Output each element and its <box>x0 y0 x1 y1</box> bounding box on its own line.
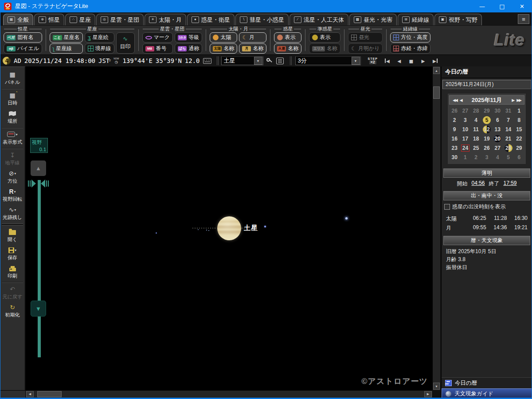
daylight-show-button[interactable]: 昼光 <box>348 32 383 43</box>
twilight-start-time[interactable]: 04:56 <box>471 180 485 188</box>
tab-daylight-pollution[interactable]: ▩昼光・光害 <box>349 14 397 25</box>
calendar-day[interactable]: 12 <box>481 125 492 134</box>
scroll-up-icon[interactable]: ▲ <box>433 67 440 74</box>
star-bayer-button[interactable]: αβバイエル <box>4 43 42 54</box>
tab-sun-moon[interactable]: ☀太陽・月 <box>145 14 186 25</box>
constellation-name-button[interactable]: こと星座名 <box>50 32 82 43</box>
nebula-number-button[interactable]: M8番号 <box>142 43 173 54</box>
sun-show-button[interactable]: 太陽 <box>210 32 237 43</box>
tab-nebulae[interactable]: ◎星雲・星団 <box>96 14 144 25</box>
sidebar-item-fov-rotation[interactable]: R▾視野回転 <box>0 186 25 204</box>
skip-back-button[interactable]: ◀ <box>381 58 393 64</box>
calendar-day[interactable]: 9 <box>449 125 460 134</box>
calendar-day[interactable]: 8 <box>514 115 524 125</box>
sidebar-item-direction[interactable]: ⊘▾方位 <box>0 168 25 186</box>
landmark-button[interactable]: ∿目印 <box>116 32 135 54</box>
planet-rise-set-checkbox-row[interactable]: 惑星の出没時刻を表示 <box>442 202 532 211</box>
calendar-day[interactable]: 28 <box>503 143 513 153</box>
calendar-day[interactable]: 3 <box>460 115 470 125</box>
nebula-mark-button[interactable]: マーク <box>142 32 173 43</box>
calendar-day[interactable]: 4 <box>492 153 503 162</box>
saturn-planet[interactable] <box>217 216 241 240</box>
constellation-boundary-button[interactable]: 境界線 <box>85 43 114 54</box>
step-back-button[interactable]: ◀ <box>393 58 405 64</box>
star-proper-name-button[interactable]: ベガ固有名 <box>4 32 42 43</box>
calendar-day[interactable]: 5 <box>503 153 513 162</box>
altitude-value[interactable]: 12.0 <box>185 57 200 64</box>
astro-guide-button[interactable]: 天文現象ガイド <box>442 388 532 399</box>
sidebar-item-location[interactable]: 場所 <box>0 108 25 126</box>
scroll-left-icon[interactable]: ◀ <box>26 391 34 397</box>
timezone-label[interactable]: JST <box>98 57 110 64</box>
minimize-button[interactable]: — <box>472 0 492 12</box>
twilight-end-time[interactable]: 17:59 <box>504 180 517 188</box>
tab-planets-satellites[interactable]: ●惑星・衛星 <box>187 14 235 25</box>
constellation-art-button[interactable]: ʓ星座絵 <box>85 32 114 43</box>
calendar-day[interactable]: 29 <box>481 106 492 115</box>
sidebar-item-print[interactable]: 印刷 <box>0 263 25 281</box>
keypad-icon[interactable] <box>203 58 211 64</box>
horizontal-scrollbar[interactable]: ◀ ▶ <box>26 390 432 398</box>
prev-month-button[interactable]: ◀ <box>458 98 463 102</box>
dropdown-arrow-icon[interactable]: ▼ <box>352 57 360 65</box>
play-button[interactable]: ▶ <box>417 58 429 64</box>
dwarf-label-button[interactable]: エリス名称 <box>309 43 340 54</box>
now-clock-icon[interactable]: NOW ◷ <box>113 58 119 64</box>
sidebar-item-save[interactable]: ▾保存 <box>0 245 25 263</box>
nebula-name-button[interactable]: ばら通称 <box>175 43 202 54</box>
tab-fov-frame[interactable]: ▣視野・写野 <box>434 14 482 25</box>
tab-coordinate-lines[interactable]: ⊞経緯線 <box>398 14 434 25</box>
zoom-in-button[interactable]: ▲ <box>31 160 46 176</box>
close-button[interactable]: ✕ <box>512 0 532 12</box>
calendar-day[interactable]: 1 <box>514 106 524 115</box>
azimuth-altitude-grid-button[interactable]: 方位・高度 <box>390 32 430 43</box>
calendar-day[interactable]: 19 <box>481 134 492 143</box>
tab-comets-asteroids[interactable]: ∖彗星・小惑星 <box>235 14 289 25</box>
calendar-day[interactable]: 17 <box>460 134 470 143</box>
nebula-magnitude-button[interactable]: 10.0等級 <box>175 32 202 43</box>
object-list-button[interactable] <box>276 58 284 64</box>
calendar-day[interactable]: 2 <box>449 115 460 125</box>
latitude-value[interactable]: 35°39'N <box>156 57 182 64</box>
calendar-day[interactable]: 23 <box>449 143 460 153</box>
tab-general[interactable]: ▦全般 <box>3 14 33 25</box>
tab-constellations[interactable]: ∴星座 <box>65 14 95 25</box>
sidebar-item-open[interactable]: 開く <box>0 227 25 245</box>
fov-slider-track[interactable] <box>38 180 41 357</box>
calendar-day[interactable]: 28 <box>471 106 481 115</box>
next-year-button[interactable]: ▶▶ <box>515 98 522 102</box>
dropdown-arrow-icon[interactable]: ▼ <box>254 57 262 65</box>
moon-label-button[interactable]: 月名称 <box>239 43 266 54</box>
calendar-day[interactable]: 21 <box>503 134 513 143</box>
calendar-day[interactable]: 6 <box>514 153 524 162</box>
target-select[interactable]: 土星 ▼ <box>221 56 263 65</box>
datetime-value[interactable]: 2025/11/24 19:48:00 <box>24 57 95 64</box>
calendar-day[interactable]: 13 <box>492 125 503 134</box>
calendar-day[interactable]: 31 <box>503 106 513 115</box>
planet-label-button[interactable]: 火星名称 <box>274 43 301 54</box>
calendar-day[interactable]: 22 <box>514 134 524 143</box>
calendar-day[interactable]: 14 <box>503 125 513 134</box>
calendar-day[interactable]: 11 <box>471 125 481 134</box>
step-x2-button[interactable]: STEP ×2 <box>368 57 378 64</box>
calendar-day[interactable]: 29 <box>514 143 524 153</box>
vertical-scrollbar[interactable]: ▲ ▼ <box>432 66 440 390</box>
search-button[interactable] <box>266 58 273 64</box>
tab-fixed-stars[interactable]: ⊕恒星 <box>34 14 64 25</box>
sidebar-item-reset[interactable]: ↻初期化 <box>0 302 25 320</box>
vertical-scroll-thumb[interactable] <box>433 86 440 99</box>
longitude-value[interactable]: 139°44'E <box>122 57 152 64</box>
calendar-day[interactable]: 25 <box>471 143 481 153</box>
tab-meteors-satellites[interactable]: ∕流星・人工天体 <box>289 14 348 25</box>
planet-show-button[interactable]: 表示 <box>274 32 301 43</box>
checkbox-icon[interactable] <box>444 204 450 210</box>
calendar-day[interactable]: 30 <box>449 153 460 162</box>
next-month-button[interactable]: ▶ <box>510 98 515 102</box>
calendar-day[interactable]: 24 <box>460 143 470 153</box>
calendar-day[interactable]: 3 <box>481 153 492 162</box>
calendar-day[interactable]: 27 <box>492 143 503 153</box>
ra-dec-grid-button[interactable]: 2000赤経・赤緯 <box>390 43 430 54</box>
moon-show-button[interactable]: ☾月 <box>239 32 266 43</box>
today-calendar-button[interactable]: 今日の暦 <box>442 377 532 388</box>
calendar-day[interactable]: 5 <box>481 115 492 125</box>
